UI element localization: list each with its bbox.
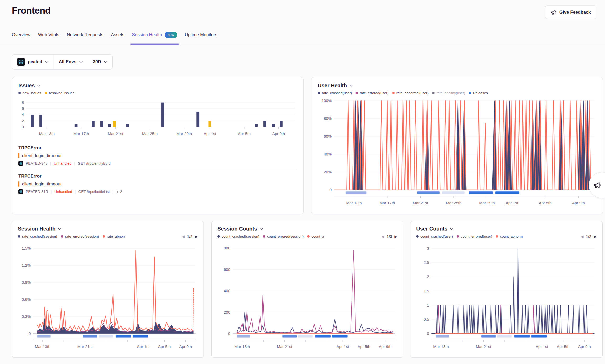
svg-text:Mar 25th: Mar 25th xyxy=(446,201,461,205)
pager-next-icon[interactable]: ▶ xyxy=(394,235,397,238)
legend-item-releases[interactable]: Releases xyxy=(469,91,488,95)
issue-message: client_login_timeout xyxy=(22,181,61,187)
svg-text:Mar 21st: Mar 21st xyxy=(108,131,123,136)
environment-selector[interactable]: All Envs xyxy=(54,55,88,69)
project-selector-value: peated xyxy=(28,59,42,65)
legend-item-count-errored-session[interactable]: count_errored(session) xyxy=(263,234,304,238)
error-level-bar xyxy=(18,181,19,187)
pager-next-icon[interactable]: ▶ xyxy=(195,235,198,238)
svg-text:2: 2 xyxy=(427,274,429,279)
svg-text:8: 8 xyxy=(22,100,24,105)
svg-text:Mar 29th: Mar 29th xyxy=(479,201,495,205)
svg-text:1.2%: 1.2% xyxy=(22,263,31,267)
pager-count: 1/3 xyxy=(387,234,392,239)
legend-item-rate-abnormal-session[interactable]: rate_abnorr xyxy=(103,234,125,238)
session-counts-panel-title[interactable]: Session Counts xyxy=(217,226,397,232)
legend-item-rate-healthy-user[interactable]: rate_healthy(user) xyxy=(432,91,465,95)
chevron-down-icon xyxy=(260,228,263,230)
user-counts-panel-title[interactable]: User Counts xyxy=(416,226,597,232)
svg-text:1: 1 xyxy=(427,303,429,307)
svg-text:Apr 5th: Apr 5th xyxy=(539,201,551,205)
megaphone-icon xyxy=(551,9,556,15)
tab-assets[interactable]: Assets xyxy=(111,29,124,44)
svg-text:Apr 1st: Apr 1st xyxy=(536,344,548,349)
svg-text:0: 0 xyxy=(22,125,24,129)
pager-prev-icon[interactable]: ◀ xyxy=(182,235,185,238)
legend-item-rate-crashed-session[interactable]: rate_crashed(session) xyxy=(18,234,57,238)
replay-count[interactable]: ▷ 2 xyxy=(116,190,122,194)
issues-panel-title[interactable]: Issues xyxy=(18,83,297,89)
svg-text:Mar 17th: Mar 17th xyxy=(74,131,89,136)
user-health-legend: rate_crashed(user) rate_errored(user) ra… xyxy=(318,91,596,95)
tab-session-health[interactable]: Session Health new xyxy=(132,29,177,44)
pager-next-icon[interactable]: ▶ xyxy=(594,235,597,238)
svg-text:Mar 13th: Mar 13th xyxy=(35,344,50,349)
user-health-panel-title[interactable]: User Health xyxy=(318,83,596,89)
legend-item-count-abnormal-session[interactable]: count_a xyxy=(307,234,324,238)
svg-text:Mar 21st: Mar 21st xyxy=(77,344,93,349)
pager-prev-icon[interactable]: ◀ xyxy=(382,235,384,238)
session-counts-legend: count_crashed(session) count_errored(ses… xyxy=(217,234,397,239)
tab-bar: Overview Web Vitals Network Requests Ass… xyxy=(0,29,605,44)
give-feedback-button[interactable]: Give Feedback xyxy=(545,6,596,19)
issue-row[interactable]: TRPCError client_login_timeout PEATED-34… xyxy=(18,142,297,170)
svg-text:20%: 20% xyxy=(324,170,332,174)
legend-item-count-crashed-session[interactable]: count_crashed(session) xyxy=(217,234,259,238)
legend-item-count-abnormal-user[interactable]: count_abnorm xyxy=(496,234,523,238)
legend-item-rate-abnormal-user[interactable]: rate_abnormal(user) xyxy=(392,91,429,95)
user-health-chart: 020%40%60%80%100%Mar 13thMar 17thMar 21s… xyxy=(318,98,596,210)
play-icon: ▷ xyxy=(116,190,119,194)
svg-text:200: 200 xyxy=(224,310,230,314)
issues-legend: new_issues resolved_issues xyxy=(18,91,297,95)
legend-item-resolved-issues[interactable]: resolved_issues xyxy=(45,91,75,95)
svg-text:0: 0 xyxy=(427,331,429,336)
issue-short-id: PEATED-348 xyxy=(26,161,48,165)
svg-text:Apr 9th: Apr 9th xyxy=(272,131,285,136)
svg-text:Apr 5th: Apr 5th xyxy=(158,344,171,349)
tab-uptime-monitors[interactable]: Uptime Monitors xyxy=(185,29,217,44)
session-health-panel-title[interactable]: Session Health xyxy=(18,226,198,232)
user-counts-panel: User Counts count_crashed(user) count_er… xyxy=(410,221,603,358)
new-badge: new xyxy=(165,32,177,38)
project-selector[interactable]: peated xyxy=(12,55,54,69)
svg-text:0: 0 xyxy=(228,331,230,336)
legend-item-count-crashed-user[interactable]: count_crashed(user) xyxy=(416,234,453,238)
tab-web-vitals[interactable]: Web Vitals xyxy=(38,29,59,44)
pager-count: 1/2 xyxy=(586,234,591,239)
issue-message: client_login_timeout xyxy=(22,153,61,158)
issue-short-id: PEATED-31R xyxy=(26,190,48,194)
issue-row[interactable]: TRPCError client_login_timeout PEATED-31… xyxy=(18,170,297,198)
svg-text:80%: 80% xyxy=(324,116,332,121)
legend-item-new-issues[interactable]: new_issues xyxy=(18,91,41,95)
legend-item-rate-errored-user[interactable]: rate_errored(user) xyxy=(356,91,389,95)
svg-text:2: 2 xyxy=(22,119,24,123)
svg-text:0.5: 0.5 xyxy=(424,317,429,322)
tab-network-requests[interactable]: Network Requests xyxy=(67,29,103,44)
session-health-panel: Session Health rate_crashed(session) rat… xyxy=(12,221,204,358)
issues-chart: 02468Mar 13thMar 17thMar 21stMar 25thMar… xyxy=(18,98,297,140)
svg-text:60%: 60% xyxy=(324,134,332,138)
svg-text:100%: 100% xyxy=(322,98,332,103)
legend-item-rate-errored-session[interactable]: rate_errored(session) xyxy=(61,234,99,238)
svg-text:Mar 13th: Mar 13th xyxy=(346,201,362,205)
error-level-bar xyxy=(18,153,19,158)
session-health-chart: 00.3%0.6%0.9%1.2%1.5%Mar 13thMar 21stApr… xyxy=(18,241,198,354)
date-range-selector[interactable]: 30D xyxy=(88,55,112,69)
pager-prev-icon[interactable]: ◀ xyxy=(581,235,584,238)
legend-item-rate-crashed-user[interactable]: rate_crashed(user) xyxy=(318,91,352,95)
page-filter-bar: peated All Envs 30D xyxy=(12,54,113,69)
react-project-icon xyxy=(18,161,23,166)
chevron-down-icon xyxy=(450,228,453,230)
svg-text:Mar 21st: Mar 21st xyxy=(277,344,292,349)
session-counts-chart: 0200400600800Mar 13thMar 21stApr 1stApr … xyxy=(217,241,397,354)
tab-overview[interactable]: Overview xyxy=(12,29,30,44)
svg-text:Mar 25th: Mar 25th xyxy=(142,131,158,136)
chevron-down-icon xyxy=(350,85,353,87)
issues-panel: Issues new_issues resolved_issues 02468M… xyxy=(12,77,304,214)
series-dot xyxy=(45,92,47,94)
legend-item-count-errored-user[interactable]: count_errored(user) xyxy=(457,234,492,238)
svg-text:Apr 5th: Apr 5th xyxy=(238,131,251,136)
legend-pager: ◀ 1/3 ▶ xyxy=(382,234,397,239)
svg-text:800: 800 xyxy=(224,246,230,250)
svg-text:2.5: 2.5 xyxy=(424,260,429,265)
